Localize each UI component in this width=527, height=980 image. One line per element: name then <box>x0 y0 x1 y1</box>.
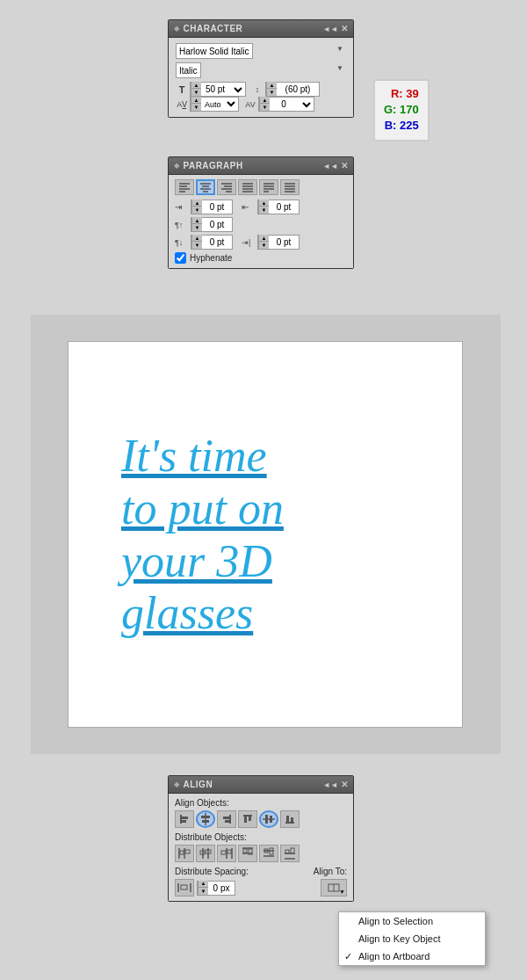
indent-left-up[interactable]: ▲ <box>191 200 202 207</box>
space-before-input[interactable] <box>202 220 232 229</box>
indent-right-spinners: ▲ ▼ <box>258 200 269 214</box>
align-justify-btn[interactable] <box>238 179 257 195</box>
svg-rect-41 <box>291 817 293 822</box>
kerning-down[interactable]: ▼ <box>191 104 201 111</box>
paragraph-collapse-btn[interactable]: ◄◄ <box>322 162 338 171</box>
leading-input[interactable] <box>277 84 319 94</box>
dist-hcenter-btn[interactable] <box>196 845 215 862</box>
paragraph-panel-title: PARAGRAPH <box>174 161 243 171</box>
align-left-edges-btn[interactable] <box>175 810 194 828</box>
svg-rect-40 <box>286 816 289 822</box>
indent-left-input[interactable] <box>202 202 232 212</box>
tracking-input[interactable] <box>270 99 298 109</box>
space-after-up[interactable]: ▲ <box>191 235 202 242</box>
paragraph-close-btn[interactable]: ✕ <box>341 162 348 171</box>
character-collapse-btn[interactable]: ◄◄ <box>322 25 338 33</box>
color-b-value: B: 225 <box>384 118 419 134</box>
svg-rect-53 <box>227 850 231 853</box>
dist-left-btn[interactable] <box>175 845 194 862</box>
align-left-btn[interactable] <box>175 179 194 195</box>
align-justify-all-btn[interactable] <box>280 179 300 195</box>
svg-rect-32 <box>225 820 229 823</box>
font-size-up[interactable]: ▲ <box>191 82 201 89</box>
align-to-label: Align To: <box>314 867 347 876</box>
font-style-row: Italic <box>176 62 346 78</box>
align-collapse-btn[interactable]: ◄◄ <box>322 780 338 789</box>
space-before-up[interactable]: ▲ <box>191 217 202 224</box>
artboard: It's time to put on your 3D glasses <box>68 341 463 728</box>
distribute-spacing-row: Distribute Spacing: Align To: <box>175 867 347 876</box>
align-to-selection-item[interactable]: Align to Selection <box>339 912 485 930</box>
dist-h-space-btn[interactable] <box>175 879 194 897</box>
tracking-unit[interactable]: ▼ <box>298 99 314 110</box>
align-center-btn[interactable] <box>196 179 215 195</box>
align-top-edges-btn[interactable] <box>238 810 257 828</box>
align-panel-controls: ◄◄ ✕ <box>322 780 348 789</box>
align-justify-last-left-btn[interactable] <box>259 179 278 195</box>
indent-right-up[interactable]: ▲ <box>258 200 269 207</box>
dist-space-input[interactable] <box>208 883 235 893</box>
indent-left-down[interactable]: ▼ <box>191 207 202 214</box>
kerning-select[interactable]: Auto <box>201 98 238 111</box>
tracking-down[interactable]: ▼ <box>259 104 270 111</box>
space-before-down[interactable]: ▼ <box>191 224 202 231</box>
art-text-line4: glasses <box>121 588 253 638</box>
distribute-objects-label: Distribute Objects: <box>175 832 347 842</box>
align-right-edges-btn[interactable] <box>217 810 236 828</box>
space-after-down[interactable]: ▼ <box>191 242 202 249</box>
align-to-key-object-item[interactable]: Align to Key Object <box>339 930 485 947</box>
svg-rect-35 <box>249 817 251 821</box>
spacing-controls-left: ▲ ▼ <box>175 879 235 897</box>
first-indent-down[interactable]: ▼ <box>258 242 269 249</box>
align-bottom-edges-btn[interactable] <box>280 810 300 828</box>
font-family-select[interactable]: Harlow Solid Italic <box>176 43 253 59</box>
space-after-spinners: ▲ ▼ <box>191 235 202 250</box>
kerning-up[interactable]: ▲ <box>191 97 201 104</box>
space-before-icon: ¶↑ <box>175 221 187 229</box>
space-after-input[interactable] <box>202 237 232 247</box>
first-indent-up[interactable]: ▲ <box>258 235 269 242</box>
space-after-field: ▲ ▼ <box>191 235 233 250</box>
canvas-area: It's time to put on your 3D glasses <box>31 315 501 754</box>
svg-rect-56 <box>243 849 247 853</box>
kerning-group: AV̲ ▲ ▼ Auto <box>176 97 239 112</box>
indent-left-icon: ⇥ <box>175 202 187 212</box>
first-indent-input[interactable] <box>269 237 299 247</box>
align-to-dropdown-btn[interactable]: ▼ <box>321 879 347 897</box>
font-size-icon: T <box>176 84 188 95</box>
hyphenate-checkbox[interactable] <box>175 252 186 264</box>
align-h-centers-btn[interactable] <box>196 810 215 828</box>
dist-top-btn[interactable] <box>238 845 257 862</box>
font-style-select[interactable]: Italic <box>176 62 201 78</box>
font-size-down[interactable]: ▼ <box>191 89 201 96</box>
leading-group: ↕ ▲ ▼ <box>251 82 320 97</box>
dist-vcenter-btn[interactable] <box>259 845 278 862</box>
leading-up[interactable]: ▲ <box>266 82 277 89</box>
align-objects-row <box>175 810 347 828</box>
space-before-field: ▲ ▼ <box>191 217 233 232</box>
character-close-btn[interactable]: ✕ <box>341 25 348 33</box>
svg-rect-68 <box>181 885 187 889</box>
dist-right-btn[interactable] <box>217 845 236 862</box>
dist-bottom-btn[interactable] <box>280 845 300 862</box>
align-to-artboard-item[interactable]: Align to Artboard <box>339 947 485 965</box>
indent-left-spinners: ▲ ▼ <box>191 200 202 214</box>
distribute-spacing-label: Distribute Spacing: <box>175 867 249 876</box>
indent-right-input[interactable] <box>269 202 299 212</box>
align-close-btn[interactable]: ✕ <box>341 780 348 789</box>
svg-rect-25 <box>182 817 188 819</box>
align-right-btn[interactable] <box>217 179 236 195</box>
align-objects-label: Align Objects: <box>175 798 347 808</box>
font-family-row: Harlow Solid Italic <box>176 43 346 59</box>
leading-down[interactable]: ▼ <box>266 89 277 96</box>
indent-right-down[interactable]: ▼ <box>258 207 269 214</box>
font-size-input[interactable] <box>201 84 229 94</box>
tracking-up[interactable]: ▲ <box>259 97 270 104</box>
font-size-unit[interactable]: pt <box>229 84 245 95</box>
align-panel-body: Align Objects: <box>169 794 353 901</box>
svg-rect-24 <box>180 815 182 824</box>
dist-space-up[interactable]: ▲ <box>198 881 208 888</box>
align-v-centers-btn[interactable] <box>259 810 278 828</box>
dist-space-down[interactable]: ▼ <box>198 888 208 895</box>
indent-left-field: ▲ ▼ <box>191 200 233 214</box>
